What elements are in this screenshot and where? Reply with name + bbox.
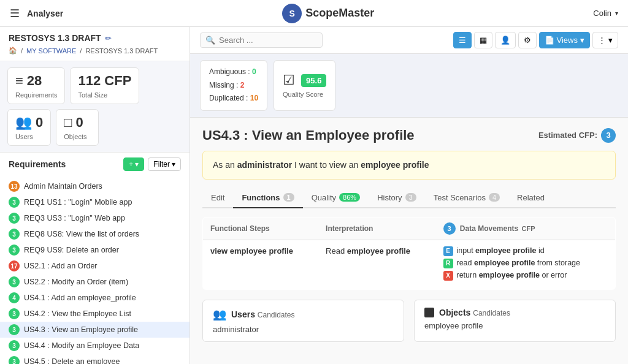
sidebar-item-3[interactable]: 3REQ8 US8: View the list of orders xyxy=(0,226,190,242)
hamburger-icon[interactable]: ☰ xyxy=(10,7,20,20)
add-requirement-button[interactable]: + ▾ xyxy=(123,157,144,171)
sidebar-label-6: US2.2 : Modify an Order (item) xyxy=(24,278,128,286)
sidebar-item-11[interactable]: 3US4.5 : Delete an employee xyxy=(0,354,190,364)
dm-entry-e: E input employee profile id xyxy=(443,246,608,256)
content-toolbar: 🔍 ☰ ▦ 👤 ⚙ xyxy=(190,27,628,54)
sidebar-item-2[interactable]: 3REQ3 US3 : "Login" Web app xyxy=(0,210,190,226)
user-config-icon: 👤 xyxy=(500,36,510,45)
breadcrumb-sep1: / xyxy=(21,47,23,55)
list-view-button[interactable]: ☰ xyxy=(453,32,472,48)
tabs-row: Edit Functions 1 Quality 86% History 3 T… xyxy=(202,188,616,208)
us-bold1: administrator xyxy=(237,160,292,170)
duplicated-val[interactable]: 10 xyxy=(250,94,258,102)
tab-edit-label: Edit xyxy=(211,193,224,202)
sidebar-item-10[interactable]: 3US4.4 : Modify an Employee Data xyxy=(0,338,190,354)
cfp-label-suffix: CFP xyxy=(522,225,535,232)
col-dm-label: Data Movements xyxy=(460,224,518,233)
sidebar-badge-9: 3 xyxy=(9,324,20,335)
user-config-button[interactable]: 👤 xyxy=(495,32,516,48)
more-button[interactable]: ⋮ ▾ xyxy=(592,32,618,48)
sidebar-label-0: Admin Maintain Orders xyxy=(24,182,102,191)
sidebar-badge-3: 3 xyxy=(9,229,20,240)
detail-panel: US4.3 : View an Employee profile Estimat… xyxy=(190,118,628,364)
tab-test-scenarios[interactable]: Test Scenarios 4 xyxy=(425,188,508,208)
missing-val[interactable]: 2 xyxy=(240,81,245,89)
quality-stats-row: Ambiguous : 0 Missing : 2 Duplicated : 1… xyxy=(190,54,628,118)
user-name: Colin xyxy=(593,9,611,18)
missing-label: Missing : xyxy=(209,81,240,89)
step-cell: view employee profile xyxy=(203,240,319,289)
brand-name: ScopeMaster xyxy=(305,7,374,20)
objects-count: 0 xyxy=(76,115,83,131)
tab-history[interactable]: History 3 xyxy=(369,188,425,208)
tab-edit[interactable]: Edit xyxy=(202,188,233,208)
col-data-movements: 3 Data Movements CFP xyxy=(436,217,616,240)
req-icon: ≡ xyxy=(15,73,23,89)
ambiguous-val[interactable]: 0 xyxy=(252,67,256,76)
duplicated-label: Duplicated : xyxy=(209,94,250,102)
views-caret: ▾ xyxy=(580,36,584,45)
sidebar-title-row: Requirements + ▾ Filter ▾ xyxy=(0,153,190,173)
users-candidates-label: Users Candidates xyxy=(231,309,295,319)
sidebar-item-7[interactable]: 4US4.1 : Add an employee_profile xyxy=(0,290,190,306)
sidebar-item-4[interactable]: 3REQ9 US9: Delete an order xyxy=(0,242,190,258)
sidebar: RESTOSYS 1.3 DRAFT ✏ 🏠 / MY SOFTWARE / R… xyxy=(0,27,190,364)
sidebar-item-5[interactable]: 17US2.1 : Add an Order xyxy=(0,258,190,274)
sidebar-item-8[interactable]: 3US4.2 : View the Employee List xyxy=(0,306,190,322)
users-icon: 👥 xyxy=(213,308,226,321)
tab-functions-badge: 1 xyxy=(283,193,294,202)
objects-icon: □ xyxy=(64,115,72,131)
filter-button[interactable]: Filter ▾ xyxy=(148,157,181,171)
stat-quality-lines: Ambiguous : 0 Missing : 2 Duplicated : 1… xyxy=(200,60,267,111)
tab-functions-label: Functions xyxy=(242,193,280,202)
users-candidates-card: 👥 Users Candidates administrator xyxy=(202,300,404,342)
main-wrapper: RESTOSYS 1.3 DRAFT ✏ 🏠 / MY SOFTWARE / R… xyxy=(0,27,628,364)
req-label: Requirements xyxy=(15,91,57,99)
toolbar-row: 🔍 ☰ ▦ 👤 ⚙ xyxy=(200,32,618,48)
col-functional-steps: Functional Steps xyxy=(203,217,319,240)
functions-table: Functional Steps Interpretation 3 Data M… xyxy=(202,217,616,290)
sidebar-label-5: US2.1 : Add an Order xyxy=(24,262,98,270)
user-dropdown-icon[interactable]: ▾ xyxy=(615,10,618,17)
tab-related[interactable]: Related xyxy=(508,188,553,208)
add-caret: ▾ xyxy=(135,160,139,169)
gear-icon: ⚙ xyxy=(524,36,531,45)
sidebar-header: RESTOSYS 1.3 DRAFT ✏ 🏠 / MY SOFTWARE / R… xyxy=(0,27,190,61)
tab-history-label: History xyxy=(377,193,402,202)
home-icon[interactable]: 🏠 xyxy=(9,47,17,55)
toolbar-buttons: ☰ ▦ 👤 ⚙ 📄 Views ▾ xyxy=(453,32,618,48)
views-button[interactable]: 📄 Views ▾ xyxy=(539,32,590,48)
more-icon: ⋮ xyxy=(598,36,606,45)
sidebar-label-11: US4.5 : Delete an employee xyxy=(24,357,120,364)
objects-icon xyxy=(424,308,434,317)
candidates-row: 👥 Users Candidates administrator Objects… xyxy=(202,300,616,342)
grid-view-button[interactable]: ▦ xyxy=(474,32,492,48)
table-row: view employee profile Read employee prof… xyxy=(203,240,616,289)
sidebar-item-9[interactable]: 3US4.3 : View an Employee profile xyxy=(0,322,190,338)
quality-score-badge: 95.6 xyxy=(301,74,326,87)
requirements-list: 13Admin Maintain Orders3REQ1 US1 : "Logi… xyxy=(0,176,190,364)
more-caret: ▾ xyxy=(608,36,613,45)
dm-badge-x: X xyxy=(443,271,453,281)
grid-view-icon: ▦ xyxy=(480,36,487,45)
sidebar-label-3: REQ8 US8: View the list of orders xyxy=(24,230,139,238)
breadcrumb-my-software[interactable]: MY SOFTWARE xyxy=(26,47,76,55)
search-box[interactable]: 🔍 xyxy=(200,32,323,48)
objects-label: Objects xyxy=(64,133,91,140)
tab-quality[interactable]: Quality 86% xyxy=(303,188,369,208)
settings-button[interactable]: ⚙ xyxy=(518,32,537,48)
pencil-icon[interactable]: ✏ xyxy=(105,34,112,43)
interpretation-cell: Read employee profile xyxy=(318,240,435,289)
data-movements-cell: E input employee profile id R read emplo… xyxy=(436,240,616,289)
sidebar-title: Requirements xyxy=(9,159,66,169)
sidebar-item-6[interactable]: 3US2.2 : Modify an Order (item) xyxy=(0,274,190,290)
sidebar-badge-11: 3 xyxy=(9,356,20,364)
cfp-count-badge: 3 xyxy=(443,222,456,235)
search-input[interactable] xyxy=(219,36,311,45)
detail-title-text: US4.3 : View an Employee profile xyxy=(202,127,415,143)
sidebar-item-1[interactable]: 3REQ1 US1 : "Login" Mobile app xyxy=(0,194,190,210)
us-bold2: employee profile xyxy=(361,160,429,170)
stat-quality-score: ☑ 95.6 Quality Score xyxy=(274,60,335,111)
sidebar-item-0[interactable]: 13Admin Maintain Orders xyxy=(0,178,190,194)
tab-functions[interactable]: Functions 1 xyxy=(233,188,302,208)
